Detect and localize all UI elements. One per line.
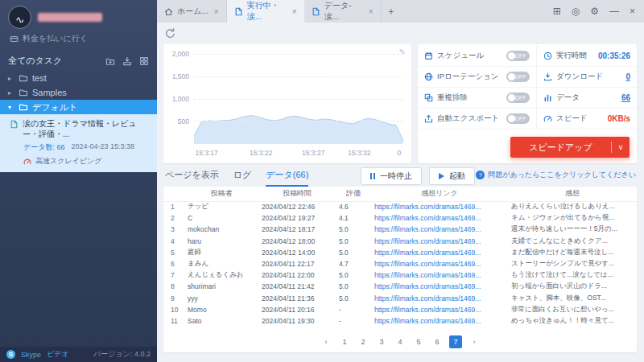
rating-header[interactable]: 評価: [336, 187, 371, 201]
task-item[interactable]: 涙の女王・ドラマ情報・レビュー・評価・... データ数: 66 2024-04-…: [0, 114, 157, 172]
pause-button[interactable]: 一時停止: [361, 167, 422, 185]
pay-link-label[interactable]: 料金を払いに行く: [23, 33, 88, 44]
link-cell[interactable]: https://filmarks.com/dramas/1469...: [371, 315, 508, 327]
author-header[interactable]: 投稿者: [184, 187, 258, 201]
speed-gauge-icon: [23, 158, 31, 166]
folder-item-samples[interactable]: ▸ Samples: [0, 85, 157, 100]
table-row[interactable]: 4haru2024/04/12 18:005.0https://filmarks…: [163, 236, 637, 247]
tab-close-icon[interactable]: ×: [292, 7, 297, 16]
all-tasks-row[interactable]: 全てのタスク: [0, 51, 157, 71]
table-row[interactable]: 6まみん2024/04/11 22:174.7https://filmarks.…: [163, 258, 637, 269]
chevron-down-icon[interactable]: ▾: [8, 104, 14, 111]
dedup-toggle[interactable]: OFF: [506, 93, 530, 103]
link-cell[interactable]: https://filmarks.com/dramas/1469...: [371, 212, 508, 224]
tab-data[interactable]: データ-涙... ×: [304, 0, 382, 23]
rating-cell: 5.0: [336, 269, 371, 281]
time-cell: 2024/04/11 21:42: [258, 281, 336, 292]
pagination-page[interactable]: 1: [338, 335, 351, 348]
time-cell: 2024/04/11 21:36: [258, 293, 336, 304]
row-index: 2: [163, 212, 184, 224]
link-cell[interactable]: https://filmarks.com/dramas/1469...: [371, 281, 508, 292]
folder-icon: [19, 88, 28, 97]
data-bars-icon: [543, 93, 552, 102]
link-cell[interactable]: https://filmarks.com/dramas/1469...: [371, 269, 508, 281]
help-link[interactable]: ? 問題があったらここをクリックしてください: [476, 170, 636, 180]
table-row[interactable]: 2C2024/04/12 19:274.1https://filmarks.co…: [163, 212, 637, 224]
minimize-icon[interactable]: —: [609, 6, 619, 17]
skype-link[interactable]: Skype: [21, 351, 41, 359]
link-cell[interactable]: https://filmarks.com/dramas/1469...: [371, 258, 508, 269]
theme-icon[interactable]: ◎: [572, 6, 580, 17]
dedup-label: 重複排除: [437, 93, 468, 103]
grid-view-icon[interactable]: [139, 56, 149, 66]
dropdown-arrow-icon[interactable]: ∨: [612, 143, 630, 151]
rating-cell: 5.0: [336, 236, 371, 247]
new-tab-button[interactable]: ＋: [382, 0, 401, 23]
auto-export-toggle[interactable]: OFF: [506, 113, 530, 124]
link-cell[interactable]: https://filmarks.com/dramas/1469...: [371, 293, 508, 304]
folder-item-default[interactable]: ▾ デフォルト: [0, 100, 157, 114]
pagination-page[interactable]: 4: [394, 335, 407, 348]
tab-label: 実行中・涙...: [247, 0, 287, 23]
pagination-page[interactable]: 3: [375, 335, 388, 348]
chart-card: ✎ 2,0001,5001,000500 15:3:1715:3:2215:3:…: [163, 44, 411, 163]
speed-up-button[interactable]: スピードアップ ∨: [510, 137, 630, 158]
table-row[interactable]: 1チッピ2024/04/12 22:464.6https://filmarks.…: [163, 201, 637, 212]
view-subtabs: ページを表示 ログ データ(66): [165, 169, 308, 187]
table-row[interactable]: 9yyy2024/04/11 21:365.0https://filmarks.…: [163, 293, 637, 304]
table-row[interactable]: 10Momo2024/04/11 20:16-https://filmarks.…: [163, 304, 637, 315]
row-index: 11: [163, 315, 184, 327]
pagination-page[interactable]: 6: [431, 335, 444, 348]
link-cell[interactable]: https://filmarks.com/dramas/1469...: [371, 224, 508, 235]
version-label: バージョン: 4.0.2: [93, 349, 151, 360]
window-close-icon[interactable]: ×: [630, 6, 635, 17]
video-link[interactable]: ビデオ: [47, 349, 69, 360]
import-icon[interactable]: [122, 56, 132, 66]
settings-gear-icon[interactable]: ⚙: [590, 6, 599, 17]
runtime-label: 実行時間: [556, 51, 587, 61]
dashboard-icon[interactable]: ⊞: [553, 6, 561, 17]
data-count-value[interactable]: 66: [621, 93, 630, 102]
rating-cell: 4.1: [336, 212, 371, 224]
schedule-toggle[interactable]: OFF: [506, 51, 530, 61]
link-header[interactable]: 感想リンク: [371, 187, 508, 201]
subtab-show-page[interactable]: ページを表示: [165, 169, 219, 187]
pagination-page[interactable]: 2: [357, 335, 369, 348]
table-row[interactable]: 3mokochan2024/04/12 18:175.0https://film…: [163, 224, 637, 235]
comment-header[interactable]: 感想: [508, 187, 637, 201]
rating-cell: 4.7: [336, 258, 371, 269]
chevron-right-icon[interactable]: ▸: [8, 89, 14, 97]
new-folder-icon[interactable]: [105, 56, 115, 66]
tab-close-icon[interactable]: ×: [214, 7, 219, 16]
rating-cell: 5.0: [336, 224, 371, 235]
table-row[interactable]: 8shurimari2024/04/11 21:425.0https://fil…: [163, 281, 637, 292]
folder-item-test[interactable]: ▸ test: [0, 71, 157, 85]
pay-link-row[interactable]: 料金を払いに行く: [0, 31, 157, 51]
start-button[interactable]: 起動: [429, 167, 475, 185]
subtab-log[interactable]: ログ: [233, 169, 252, 187]
tab-home[interactable]: ホーム... ×: [157, 0, 227, 23]
link-cell[interactable]: https://filmarks.com/dramas/1469...: [371, 247, 508, 258]
table-row[interactable]: 5庭師2024/04/12 14:005.0https://filmarks.c…: [163, 247, 637, 258]
pagination-page[interactable]: 5: [412, 335, 425, 348]
table-row[interactable]: 11Sato2024/04/11 19:30-https://filmarks.…: [163, 315, 637, 327]
time-header[interactable]: 投稿時間: [258, 187, 336, 201]
chevron-right-icon[interactable]: ▸: [8, 75, 14, 82]
link-cell[interactable]: https://filmarks.com/dramas/1469...: [371, 236, 508, 247]
skype-icon[interactable]: S: [6, 350, 15, 359]
row-index: 5: [163, 247, 184, 258]
table-row[interactable]: 7えんじぇるくみお2024/04/11 22:005.0https://film…: [163, 269, 637, 281]
task-title-row: 涙の女王・ドラマ情報・レビュー・評価・...: [10, 119, 151, 139]
ip-rotation-toggle[interactable]: OFF: [506, 72, 530, 82]
refresh-button[interactable]: [164, 27, 176, 43]
tab-running-task[interactable]: 実行中・涙... ×: [227, 0, 304, 23]
pagination-prev[interactable]: ‹: [320, 335, 332, 348]
download-value[interactable]: 0: [625, 72, 630, 81]
pagination-next[interactable]: ›: [468, 335, 481, 348]
help-text[interactable]: 問題があったらここをクリックしてください: [488, 170, 636, 180]
link-cell[interactable]: https://filmarks.com/dramas/1469...: [371, 304, 508, 315]
pagination-page[interactable]: 7: [449, 335, 462, 348]
link-cell[interactable]: https://filmarks.com/dramas/1469...: [371, 201, 508, 212]
subtab-data[interactable]: データ(66): [266, 169, 308, 187]
tab-close-icon[interactable]: ×: [369, 7, 374, 16]
